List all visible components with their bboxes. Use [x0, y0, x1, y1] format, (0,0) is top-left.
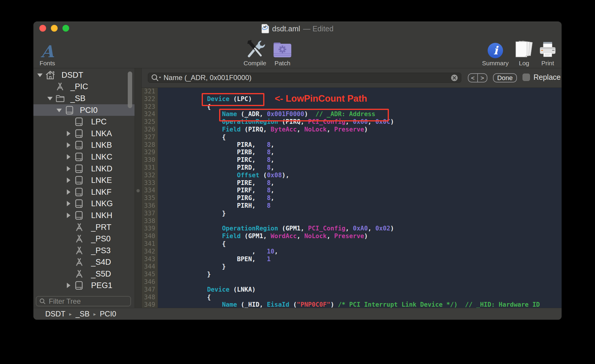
- code-line-content: Name (_ADR, 0x001F0000) // _ADR: Address: [158, 110, 375, 118]
- tree-item-label: LPC: [91, 117, 107, 126]
- disclosure-expanded-icon[interactable]: [37, 74, 43, 77]
- tree-item-prt[interactable]: _PRT: [33, 221, 135, 233]
- code-line-333: 333 PIRE, 8,: [142, 179, 562, 187]
- tree-item-dsdt[interactable]: DSDT: [33, 69, 135, 81]
- maciasl-window: dsdt.aml — Edited A Fonts Compile: [33, 22, 562, 320]
- tree-item-lnke[interactable]: LNKE: [33, 174, 135, 186]
- tree-item-pic[interactable]: _PIC: [33, 81, 135, 93]
- disclosure-collapsed-icon[interactable]: [67, 283, 70, 288]
- zoom-button[interactable]: [62, 25, 69, 32]
- line-number: 347: [142, 286, 158, 294]
- disclosure-collapsed-icon[interactable]: [67, 178, 70, 183]
- minimize-button[interactable]: [51, 25, 58, 32]
- tree-item-lnka[interactable]: LNKA: [33, 128, 135, 139]
- code-line-content: {: [158, 103, 211, 111]
- tree-item-lnkf[interactable]: LNKF: [33, 186, 135, 198]
- tree-item-peg1[interactable]: PEG1: [33, 280, 135, 292]
- tree-item-label: LNKE: [91, 176, 112, 185]
- line-number: 341: [142, 240, 158, 248]
- tree-item-lnkc[interactable]: LNKC: [33, 151, 135, 163]
- disclosure-collapsed-icon[interactable]: [67, 142, 70, 148]
- editor-pane: < > Done Replace 321322 Device (LPC)323 …: [142, 68, 562, 308]
- disclosure-collapsed-icon[interactable]: [67, 166, 70, 171]
- tree-item-label: _PIC: [70, 82, 88, 91]
- done-button[interactable]: Done: [493, 73, 517, 82]
- code-editor[interactable]: 321322 Device (LPC)323 {324 Name (_ADR, …: [142, 88, 562, 308]
- code-line-338: 338: [142, 217, 562, 225]
- code-line-content: [158, 88, 177, 95]
- find-next-button[interactable]: >: [478, 74, 487, 82]
- code-line-content: Field (GPM1, WordAcc, NoLock, Preserve): [158, 233, 368, 240]
- tree-item-lnkb[interactable]: LNKB: [33, 139, 135, 151]
- tree-item-lpc[interactable]: LPC: [33, 116, 135, 128]
- line-number: 340: [142, 233, 158, 240]
- disclosure-collapsed-icon[interactable]: [67, 213, 70, 218]
- patch-icon: [273, 41, 292, 58]
- window-title: dsdt.aml — Edited: [261, 23, 333, 33]
- tree-item-label: _SB: [70, 94, 85, 103]
- splitter-handle[interactable]: [137, 189, 140, 192]
- disclosure-collapsed-icon[interactable]: [67, 189, 70, 195]
- code-line-344: 344 }: [142, 263, 562, 271]
- breadcrumb-item-dsdt[interactable]: DSDT: [45, 310, 65, 318]
- disclosure-collapsed-icon[interactable]: [67, 154, 70, 160]
- device-icon: [75, 164, 83, 173]
- pane-splitter[interactable]: [135, 68, 142, 308]
- code-line-346: 346: [142, 278, 562, 286]
- code-line-343: 343 BPEN, 1: [142, 256, 562, 263]
- breadcrumb-item-sb[interactable]: _SB: [76, 310, 90, 318]
- clear-search-icon[interactable]: [451, 74, 458, 82]
- disclosure-expanded-icon[interactable]: [47, 97, 53, 100]
- tree-item-lnkg[interactable]: LNKG: [33, 198, 135, 210]
- line-number: 335: [142, 194, 158, 202]
- tree-item-pci0[interactable]: PCI0: [33, 104, 135, 116]
- line-number: 338: [142, 217, 158, 225]
- filter-tree-input[interactable]: [48, 297, 141, 306]
- tree-item-sb[interactable]: _SB: [33, 92, 135, 104]
- code-line-content: OperationRegion (PIRQ, PCI_Config, 0x60,…: [158, 118, 394, 126]
- fonts-button[interactable]: A Fonts: [33, 44, 68, 67]
- replace-label: Replace: [533, 73, 561, 82]
- tree-item-lnkd[interactable]: LNKD: [33, 163, 135, 175]
- code-line-347: 347 Device (LNKA): [142, 286, 562, 294]
- filter-tree-field[interactable]: [36, 296, 131, 306]
- disclosure-collapsed-icon[interactable]: [67, 201, 70, 206]
- code-line-content: Device (LNKA): [158, 286, 256, 294]
- line-number: 329: [142, 149, 158, 156]
- method-icon: [75, 235, 84, 243]
- tree-item-s5d[interactable]: _S5D: [33, 268, 135, 280]
- code-line-345: 345 }: [142, 271, 562, 278]
- search-field[interactable]: [148, 73, 461, 83]
- patch-button[interactable]: Patch: [262, 41, 303, 67]
- print-button[interactable]: Print: [527, 41, 562, 67]
- line-number: 332: [142, 172, 158, 179]
- method-icon: [75, 246, 84, 255]
- folder-icon: [56, 95, 65, 102]
- code-line-340: 340 Field (GPM1, WordAcc, NoLock, Preser…: [142, 233, 562, 240]
- search-icon[interactable]: [151, 74, 161, 82]
- line-number: 336: [142, 202, 158, 210]
- traffic-lights: [39, 22, 69, 35]
- tree-item-ps3[interactable]: _PS3: [33, 245, 135, 256]
- sidebar-scrollbar-thumb[interactable]: [128, 72, 132, 108]
- tree-item-ps0[interactable]: _PS0: [33, 233, 135, 245]
- disclosure-collapsed-icon[interactable]: [67, 131, 70, 136]
- code-line-content: Offset (0x08),: [158, 172, 289, 179]
- tree-item-label: DSDT: [62, 70, 83, 79]
- disclosure-expanded-icon[interactable]: [56, 108, 62, 112]
- line-number: 322: [142, 95, 158, 103]
- tree-item-label: PCI0: [80, 105, 98, 115]
- search-input[interactable]: [161, 73, 451, 82]
- replace-checkbox[interactable]: [523, 74, 530, 81]
- tree-item-lnkh[interactable]: LNKH: [33, 209, 135, 221]
- code-line-content: [158, 278, 177, 286]
- code-line-335: 335 PIRG, 8,: [142, 194, 562, 202]
- device-icon: [75, 188, 83, 196]
- tree-item-s4d[interactable]: _S4D: [33, 256, 135, 268]
- code-line-content: Name (_HID, EisaId ("PNP0C0F") /* PCI In…: [158, 301, 540, 308]
- find-previous-button[interactable]: <: [468, 74, 478, 82]
- close-button[interactable]: [39, 25, 46, 32]
- breadcrumb-item-pci0[interactable]: PCI0: [100, 310, 116, 318]
- content-area: DSDT_PIC_SBPCI0LPCLNKALNKBLNKCLNKDLNKELN…: [33, 68, 562, 308]
- code-line-341: 341 {: [142, 240, 562, 248]
